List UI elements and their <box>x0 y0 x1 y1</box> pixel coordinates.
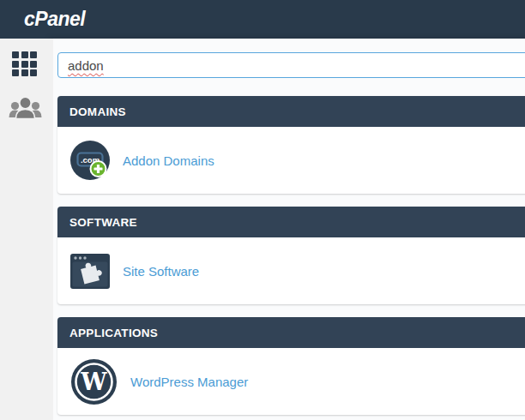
grid-cell <box>12 51 19 58</box>
grid-cell <box>30 69 37 76</box>
grid-cell <box>21 51 28 58</box>
wordpress-w-glyph: W <box>80 369 107 395</box>
section-card-applications: APPLICATIONS W WordPress Manager <box>57 317 525 415</box>
section-card-software: SOFTWARE Site Software <box>57 207 525 304</box>
apps-grid-icon[interactable] <box>12 51 39 77</box>
section-header-domains: DOMAINS <box>57 96 525 127</box>
section-title: APPLICATIONS <box>69 327 158 339</box>
addon-domains-icon[interactable]: .com <box>70 141 110 180</box>
section-body-domains: .com Addon Domains <box>57 127 525 194</box>
section-card-domains: DOMAINS .com Addon Domains <box>57 96 525 194</box>
grid-cell <box>30 61 37 68</box>
wordpress-icon[interactable]: W <box>70 358 118 405</box>
site-software-icon[interactable] <box>70 254 110 289</box>
grid-cell <box>12 69 19 76</box>
grid-cell <box>30 51 37 58</box>
app-header: cPanel <box>0 0 525 39</box>
search-input[interactable]: addon <box>57 52 525 78</box>
cpanel-logo[interactable]: cPanel <box>24 8 85 31</box>
section-title: SOFTWARE <box>69 216 137 229</box>
wordpress-manager-link[interactable]: WordPress Manager <box>130 375 248 389</box>
addon-domains-link[interactable]: Addon Domains <box>123 153 214 168</box>
sidebar <box>0 39 53 420</box>
search-query-text: addon <box>68 58 104 73</box>
grid-cell <box>21 61 28 68</box>
section-body-applications: W WordPress Manager <box>57 348 525 415</box>
people-icon <box>8 95 43 121</box>
user-manager-people-icon[interactable] <box>8 95 43 123</box>
section-header-software: SOFTWARE <box>57 207 525 237</box>
site-software-link[interactable]: Site Software <box>123 264 199 279</box>
main-content: addon DOMAINS .com Addon Domains SOFTWAR… <box>53 39 525 420</box>
section-header-applications: APPLICATIONS <box>57 317 525 348</box>
grid-cell <box>21 69 28 76</box>
section-body-software: Site Software <box>57 237 525 304</box>
grid-cell <box>12 61 19 68</box>
section-title: DOMAINS <box>69 105 126 118</box>
